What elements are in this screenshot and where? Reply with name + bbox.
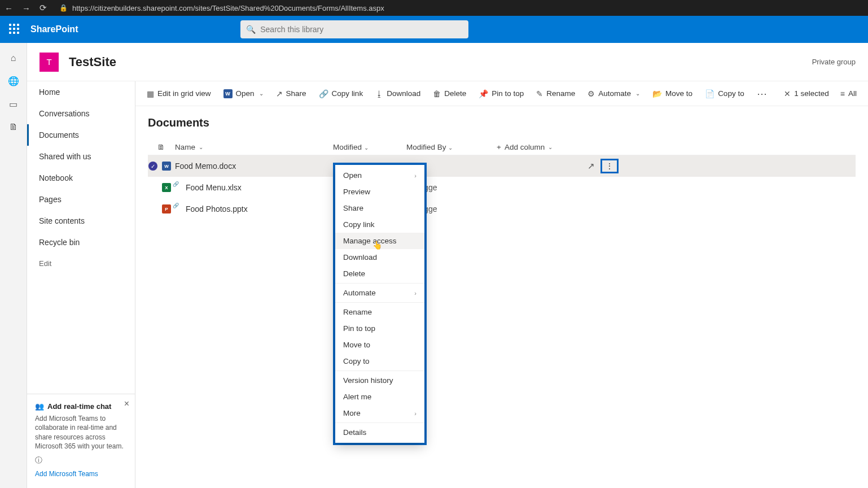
ctx-pin-to-top[interactable]: Pin to top [335, 320, 424, 337]
ctx-delete[interactable]: Delete [335, 265, 424, 282]
cmd-share[interactable]: ↗Share [276, 89, 306, 98]
more-actions-button[interactable]: ⋮ [600, 159, 619, 173]
view-all[interactable]: ≡All [840, 89, 857, 98]
word-icon: W [223, 89, 233, 98]
cmd-open[interactable]: WOpen⌄ [223, 89, 264, 98]
site-logo[interactable]: T [40, 53, 59, 72]
separator [335, 302, 424, 303]
col-add-column[interactable]: +Add column ⌄ [497, 143, 553, 151]
close-icon: ✕ [784, 89, 791, 98]
ppt-file-icon: P [162, 204, 171, 213]
file-name[interactable]: Food Menu.xlsx [186, 183, 242, 192]
ctx-download[interactable]: Download [335, 249, 424, 265]
nav-item-conversations[interactable]: Conversations [27, 103, 135, 124]
table-row[interactable]: X 🔗Food Menu.xlsx ry Legge [148, 177, 856, 198]
nav-item-site-contents[interactable]: Site contents [27, 210, 135, 232]
ctx-alert-me[interactable]: Alert me [335, 389, 424, 405]
table-row[interactable]: P 🔗Food Photos.pptx ry Legge [148, 198, 856, 220]
nav-item-notebook[interactable]: Notebook [27, 167, 135, 189]
file-name[interactable]: Food Photos.pptx [186, 204, 248, 213]
file-name[interactable]: Food Memo.docx [175, 162, 236, 171]
delete-icon: 🗑 [433, 89, 441, 98]
site-nav: HomeConversationsDocumentsShared with us… [27, 81, 135, 488]
cmd-automate[interactable]: ⚙Automate⌄ [588, 89, 640, 98]
app-rail: ⌂ 🌐 ▭ 🗎 [0, 43, 27, 488]
home-icon[interactable]: ⌂ [11, 53, 16, 63]
nav-item-home[interactable]: Home [27, 81, 135, 103]
content-area: ▦Edit in grid view WOpen⌄ ↗Share 🔗Copy l… [135, 81, 868, 488]
download-icon: ⭳ [375, 89, 383, 98]
grid-icon: ▦ [147, 89, 154, 98]
teams-promo: × 👥Add real-time chat Add Microsoft Team… [27, 394, 135, 488]
cmd-edit-grid[interactable]: ▦Edit in grid view [147, 89, 211, 98]
move-icon: 📂 [652, 89, 662, 98]
news-icon[interactable]: ▭ [9, 99, 17, 110]
info-icon[interactable]: ⓘ [35, 455, 127, 465]
file-type-icon[interactable]: 🗎 [157, 143, 165, 151]
suite-brand[interactable]: SharePoint [30, 24, 78, 34]
table-row[interactable]: ✓ W Food Memo.docx ↗ ⋮ [148, 155, 856, 177]
separator [335, 371, 424, 371]
teams-promo-desc: Add Microsoft Teams to collaborate in re… [35, 414, 127, 451]
ctx-open[interactable]: Open› [335, 167, 424, 184]
ctx-move-to[interactable]: Move to [335, 337, 424, 353]
teams-icon: 👥 [35, 402, 44, 411]
xls-file-icon: X [162, 183, 171, 192]
site-privacy-label: Private group [812, 58, 856, 66]
ctx-version-history[interactable]: Version history [335, 372, 424, 389]
browser-reload-icon[interactable]: ⟳ [40, 3, 47, 13]
search-input[interactable] [260, 25, 463, 34]
teams-promo-link[interactable]: Add Microsoft Teams [35, 470, 127, 478]
chevron-right-icon: › [414, 290, 417, 297]
globe-icon[interactable]: 🌐 [8, 76, 19, 86]
cmd-more[interactable]: ⋯ [757, 88, 768, 100]
vertical-dots-icon: ⋮ [606, 162, 613, 171]
copy-icon: 📄 [705, 89, 714, 98]
cmd-copy-to[interactable]: 📄Copy to [705, 89, 744, 98]
files-icon[interactable]: 🗎 [9, 122, 18, 132]
list-icon: ≡ [840, 89, 845, 98]
close-icon[interactable]: × [124, 399, 129, 409]
app-launcher-icon[interactable] [9, 24, 20, 35]
ctx-rename[interactable]: Rename [335, 304, 424, 320]
ctx-preview[interactable]: Preview [335, 184, 424, 200]
cmd-delete[interactable]: 🗑Delete [433, 89, 466, 98]
col-modified[interactable]: Modified ⌄ [333, 143, 406, 151]
col-modified-by[interactable]: Modified By ⌄ [406, 143, 497, 151]
nav-item-pages[interactable]: Pages [27, 189, 135, 210]
browser-back-icon[interactable]: ← [5, 3, 13, 13]
browser-toolbar: ← → ⟳ 🔒 https://citizenbuilders.sharepoi… [0, 0, 868, 16]
library-title: Documents [148, 116, 856, 129]
selection-count[interactable]: ✕1 selected [784, 89, 829, 98]
ctx-copy-to[interactable]: Copy to [335, 353, 424, 369]
ctx-manage-access[interactable]: Manage access [335, 233, 424, 249]
selected-check-icon[interactable]: ✓ [148, 162, 157, 171]
browser-forward-icon[interactable]: → [22, 3, 30, 13]
ctx-copy-link[interactable]: Copy link [335, 216, 424, 233]
plus-icon: + [497, 143, 501, 151]
ctx-automate[interactable]: Automate› [335, 285, 424, 301]
cmd-rename[interactable]: ✎Rename [536, 89, 575, 98]
site-title[interactable]: TestSite [69, 55, 116, 69]
nav-edit[interactable]: Edit [27, 253, 135, 274]
browser-url[interactable]: https://citizenbuilders.sharepoint.com/s… [72, 4, 384, 12]
col-name[interactable]: Name⌄ [175, 143, 333, 151]
separator [335, 283, 424, 284]
link-badge-icon: 🔗 [173, 203, 179, 208]
ctx-details[interactable]: Details [335, 424, 424, 441]
cmd-move-to[interactable]: 📂Move to [652, 89, 692, 98]
search-box[interactable]: 🔍 [240, 20, 468, 38]
nav-item-recycle-bin[interactable]: Recycle bin [27, 232, 135, 253]
cmd-download[interactable]: ⭳Download [375, 89, 420, 98]
cmd-copy-link[interactable]: 🔗Copy link [319, 89, 363, 98]
link-badge-icon: 🔗 [173, 181, 179, 187]
ctx-share[interactable]: Share [335, 200, 424, 216]
nav-item-shared-with-us[interactable]: Shared with us [27, 146, 135, 167]
nav-item-documents[interactable]: Documents [27, 124, 135, 146]
search-icon: 🔍 [246, 25, 256, 34]
share-icon[interactable]: ↗ [588, 161, 595, 171]
cmd-pin-to-top[interactable]: 📌Pin to top [479, 89, 524, 98]
suite-header: SharePoint 🔍 [0, 16, 868, 43]
ctx-more[interactable]: More› [335, 405, 424, 421]
automate-icon: ⚙ [588, 89, 595, 98]
